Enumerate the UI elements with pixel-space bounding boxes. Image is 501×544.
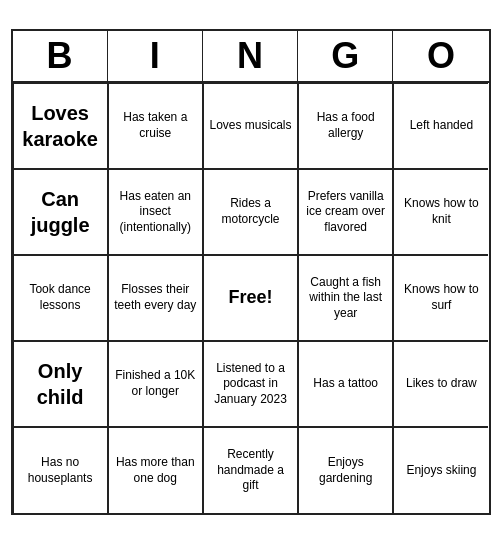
bingo-cell-19[interactable]: Likes to draw (393, 341, 488, 427)
bingo-cell-14[interactable]: Knows how to surf (393, 255, 488, 341)
bingo-cell-20[interactable]: Has no houseplants (13, 427, 108, 513)
bingo-cell-17[interactable]: Listened to a podcast in January 2023 (203, 341, 298, 427)
bingo-cell-21[interactable]: Has more than one dog (108, 427, 203, 513)
bingo-letter-g: G (298, 31, 393, 81)
bingo-cell-9[interactable]: Knows how to knit (393, 169, 488, 255)
bingo-grid: Loves karaokeHas taken a cruiseLoves mus… (13, 83, 489, 513)
bingo-cell-4[interactable]: Left handed (393, 83, 488, 169)
bingo-cell-5[interactable]: Can juggle (13, 169, 108, 255)
bingo-header: BINGO (13, 31, 489, 83)
bingo-cell-3[interactable]: Has a food allergy (298, 83, 393, 169)
bingo-cell-11[interactable]: Flosses their teeth every day (108, 255, 203, 341)
bingo-cell-8[interactable]: Prefers vanilla ice cream over flavored (298, 169, 393, 255)
bingo-letter-b: B (13, 31, 108, 81)
bingo-cell-16[interactable]: Finished a 10K or longer (108, 341, 203, 427)
bingo-letter-o: O (393, 31, 488, 81)
bingo-cell-18[interactable]: Has a tattoo (298, 341, 393, 427)
bingo-cell-12[interactable]: Free! (203, 255, 298, 341)
bingo-cell-15[interactable]: Only child (13, 341, 108, 427)
bingo-cell-6[interactable]: Has eaten an insect (intentionally) (108, 169, 203, 255)
bingo-cell-0[interactable]: Loves karaoke (13, 83, 108, 169)
bingo-cell-22[interactable]: Recently handmade a gift (203, 427, 298, 513)
bingo-card: BINGO Loves karaokeHas taken a cruiseLov… (11, 29, 491, 515)
bingo-cell-23[interactable]: Enjoys gardening (298, 427, 393, 513)
bingo-letter-i: I (108, 31, 203, 81)
bingo-cell-10[interactable]: Took dance lessons (13, 255, 108, 341)
bingo-cell-13[interactable]: Caught a fish within the last year (298, 255, 393, 341)
bingo-cell-7[interactable]: Rides a motorcycle (203, 169, 298, 255)
bingo-letter-n: N (203, 31, 298, 81)
bingo-cell-1[interactable]: Has taken a cruise (108, 83, 203, 169)
bingo-cell-24[interactable]: Enjoys skiing (393, 427, 488, 513)
bingo-cell-2[interactable]: Loves musicals (203, 83, 298, 169)
